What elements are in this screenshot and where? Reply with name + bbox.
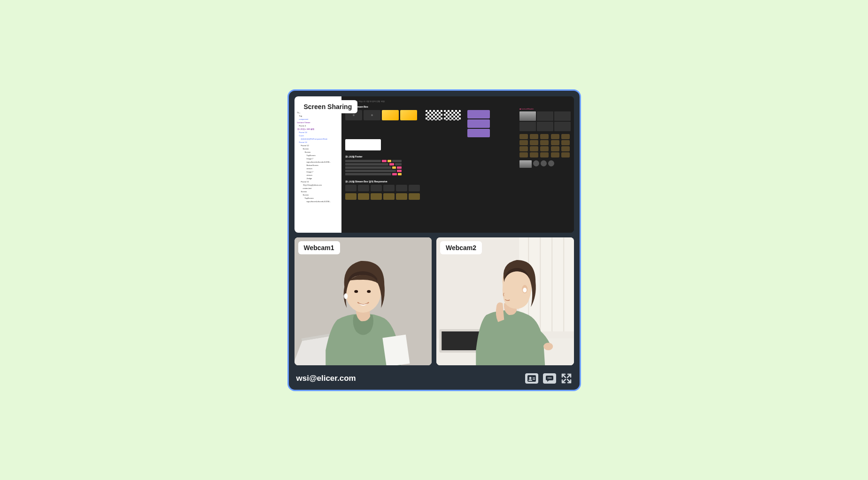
grid-thumbnail [519, 140, 528, 145]
tree-item: @@@@@RefComponentState [296, 138, 340, 141]
svg-point-27 [550, 377, 551, 378]
svg-point-5 [367, 290, 371, 293]
tree-item: Lecture Viewer [296, 121, 340, 124]
tree-item: 모니터링 x 348 총합 [296, 128, 340, 131]
tree-item: Jindge [296, 177, 340, 180]
svg-point-26 [549, 377, 550, 378]
tree-item: Cover [296, 134, 340, 137]
tree-item: center-text [296, 187, 340, 190]
tree-item: wgn-discord-discord-4/-058... [296, 200, 340, 203]
grid-thumbnail [537, 111, 553, 121]
grid-thumbnail [519, 160, 532, 168]
thumbnail [396, 193, 407, 200]
thumbnail [467, 129, 490, 137]
tree-item: Frame 51 [296, 181, 340, 183]
tree-item: stream [296, 167, 340, 170]
svg-point-19 [523, 288, 527, 292]
canvas-section: 모니터링 Stream Box 영역 Responsive [345, 180, 570, 200]
webcam1-panel[interactable]: Webcam1 [294, 237, 432, 365]
chat-button[interactable] [543, 373, 556, 384]
grid-thumbnail [540, 146, 549, 151]
thumbnail [358, 193, 369, 200]
grid-thumbnail [530, 146, 538, 151]
thumbnail [371, 185, 382, 191]
grid-thumbnail [540, 134, 549, 139]
tree-item: component [296, 118, 340, 121]
svg-rect-23 [533, 379, 535, 380]
grid-thumbnail [519, 122, 536, 131]
svg-rect-22 [533, 378, 535, 378]
svg-point-4 [354, 290, 358, 293]
svg-rect-7 [382, 334, 410, 365]
svg-point-17 [543, 343, 553, 350]
thumbnail [383, 185, 395, 191]
grid-thumbnail [554, 122, 571, 131]
grid-thumbnail [519, 152, 528, 157]
svg-rect-16 [442, 331, 479, 350]
grid-thumbnail [554, 111, 571, 121]
footer-bars [345, 160, 402, 175]
thumbnail [364, 110, 380, 120]
grid-thumbnail [540, 140, 549, 145]
thumbnail [467, 119, 490, 128]
grid-thumbnail [551, 134, 559, 139]
right-grid-panel: ◆ LectureHeader [519, 108, 571, 170]
tree-item: wgn-discord-discord-4/-058... [296, 161, 340, 164]
tree-item: stream [296, 174, 340, 177]
screen-share-panel[interactable]: Screen Sharing Outlined Tag component Le… [294, 96, 574, 233]
tree-item: Image 7 [296, 157, 340, 160]
svg-point-6 [344, 293, 348, 299]
webcam-row: Webcam1 [294, 237, 574, 365]
tree-item: Tag [296, 115, 340, 118]
tree-item: 학습자 key@elicer.orm [296, 184, 340, 187]
avatar-thumb [533, 160, 539, 166]
grid-thumbnail [561, 152, 570, 157]
tree-item: Frame 4 [296, 125, 340, 127]
thumbnail [358, 185, 369, 191]
tree-item: Frame 54 [296, 141, 340, 144]
grid-thumbnail [561, 134, 570, 139]
grid-thumbnail [551, 146, 559, 151]
webcam1-video [294, 237, 432, 365]
tree-item: Screen [296, 194, 340, 197]
screen-share-label: Screen Sharing [298, 100, 358, 113]
webcam1-label: Webcam1 [298, 241, 340, 254]
thumbnail [409, 185, 420, 191]
avatar-thumb [541, 160, 547, 166]
thumbnail [383, 193, 395, 200]
tree-item: TopScreen [296, 154, 340, 157]
thumbnail [426, 110, 442, 120]
webcam2-panel[interactable]: Webcam2 [436, 237, 574, 365]
avatar-thumb [548, 160, 554, 166]
grid-thumbnail [540, 152, 549, 157]
tree-item: Image 7 [296, 171, 340, 173]
thumbnail [444, 110, 461, 120]
grid-thumbnail [551, 140, 559, 145]
grid-thumbnail [537, 122, 553, 131]
thumbnail [467, 110, 490, 118]
grid-thumbnail [530, 152, 538, 157]
webcam2-video [436, 237, 574, 365]
tree-item: Screen [296, 151, 340, 154]
grid-thumbnail [519, 111, 536, 121]
grid-thumbnail [561, 146, 570, 151]
tree-item: TopScreen [296, 197, 340, 200]
tree-item: Frame 54 [296, 131, 340, 134]
contact-card-icon [527, 375, 536, 382]
design-canvas: Legacy 모니터 / 학습 내 시험 밖 영역 진행 예정 모니터링 Str… [341, 96, 574, 233]
video-call-card: Screen Sharing Outlined Tag component Le… [287, 89, 581, 391]
thumbnail [371, 193, 382, 200]
grid-thumbnail [561, 140, 570, 145]
footer-controls [525, 373, 572, 384]
breadcrumb: Legacy 모니터 / 학습 내 시험 밖 영역 진행 예정 [345, 100, 570, 102]
thumbnail [345, 193, 356, 200]
svg-point-21 [529, 377, 531, 379]
thumbnail [396, 185, 407, 191]
thumbnail [400, 110, 417, 120]
chat-icon [545, 375, 554, 382]
contact-card-button[interactable] [525, 373, 538, 384]
thumbnail [345, 185, 356, 191]
grid-thumbnail [519, 134, 528, 139]
thumbnail [345, 139, 381, 150]
expand-button[interactable] [561, 373, 572, 384]
